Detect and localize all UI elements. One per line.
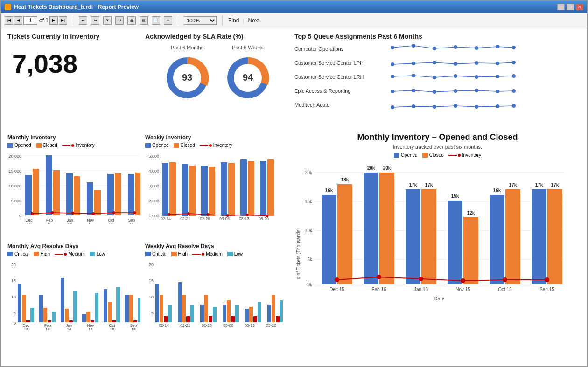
svg-text:15k: 15k: [305, 199, 313, 204]
svg-text:Feb 16: Feb 16: [371, 287, 386, 292]
svg-rect-163: [200, 305, 204, 322]
svg-rect-122: [52, 312, 56, 322]
svg-rect-162: [190, 305, 194, 322]
big-chart-title: Monthly Inventory – Opened and Closed: [294, 132, 581, 142]
weekly-avg-chart: 20 15 10 5: [145, 258, 283, 330]
svg-rect-55: [53, 170, 60, 215]
bc-opened-color: [394, 153, 399, 158]
sparkline-4: [388, 86, 581, 96]
svg-rect-54: [46, 155, 52, 215]
svg-rect-121: [48, 320, 51, 322]
back-button[interactable]: ↩: [79, 16, 87, 25]
svg-text:17k: 17k: [551, 182, 559, 187]
ma-medium-line: [55, 254, 63, 255]
svg-text:02-28: 02-28: [200, 216, 210, 221]
forward-button[interactable]: ↪: [91, 16, 99, 25]
legend-opened: Opened: [7, 143, 31, 148]
svg-text:16: 16: [67, 327, 71, 330]
maximize-button[interactable]: □: [567, 4, 574, 10]
tickets-section: Tickets Currently In Inventory 7,038: [7, 33, 145, 132]
find-separator: |: [243, 17, 244, 24]
queue-title: Top 5 Queue Assignments Past 6 Months: [294, 33, 581, 40]
sparkline-2: [388, 58, 581, 68]
page-of: of 1: [39, 17, 49, 24]
svg-text:03-13: 03-13: [239, 216, 249, 221]
svg-rect-210: [463, 217, 478, 284]
page-number-input[interactable]: [23, 16, 37, 25]
ma-medium-label: Medium: [68, 251, 85, 256]
find-link[interactable]: Find: [228, 17, 239, 24]
tickets-value: 7,038: [7, 44, 145, 79]
close-button[interactable]: ✕: [576, 4, 583, 10]
svg-rect-66: [128, 174, 134, 215]
svg-text:0k: 0k: [307, 282, 313, 287]
refresh-button[interactable]: ↻: [115, 16, 124, 25]
dropdown-button[interactable]: ▾: [164, 16, 172, 25]
bc-opened-label: Opened: [401, 152, 418, 158]
w-legend-closed-label: Closed: [181, 143, 195, 148]
print-button[interactable]: 🖨: [127, 16, 136, 25]
svg-text:02-14: 02-14: [161, 216, 171, 221]
prev-page-button[interactable]: ◀: [14, 16, 22, 25]
w-legend-closed: Closed: [174, 143, 195, 148]
next-link[interactable]: Next: [248, 17, 259, 24]
svg-text:2,000: 2,000: [148, 199, 159, 203]
wa-legend-high: High: [171, 251, 188, 256]
svg-rect-87: [169, 162, 176, 216]
donut-6months: Past 6 Months 93: [161, 45, 213, 104]
ma-legend-low: Low: [90, 251, 105, 256]
svg-rect-133: [112, 320, 116, 322]
svg-rect-92: [221, 162, 227, 216]
big-chart-section: Monthly Inventory – Opened and Closed In…: [290, 132, 581, 347]
minimize-button[interactable]: _: [557, 4, 565, 10]
window-controls[interactable]: _ □ ✕: [557, 4, 583, 10]
queue-name-5: Meditech Acute: [294, 102, 388, 108]
bc-inv-label: Inventory: [462, 152, 481, 158]
svg-rect-94: [240, 159, 247, 216]
svg-rect-201: [364, 173, 378, 284]
zoom-select[interactable]: 100% 75% 150%: [184, 16, 217, 25]
w-legend-opened: Opened: [145, 143, 169, 148]
ma-critical-color: [7, 252, 13, 256]
svg-rect-159: [178, 282, 182, 322]
svg-rect-178: [280, 300, 283, 322]
monthly-inv-legend: Opened Closed Inventory: [7, 143, 145, 148]
svg-text:Dec 15: Dec 15: [329, 287, 344, 292]
svg-rect-63: [107, 174, 114, 215]
svg-rect-217: [532, 189, 546, 284]
last-page-button[interactable]: ▶|: [59, 16, 67, 25]
stop-button[interactable]: ✕: [103, 16, 112, 25]
svg-rect-90: [201, 166, 208, 216]
sla-charts: Past 6 Months 93 Past 6 Weeks 94: [145, 45, 290, 104]
wa-low-label: Low: [234, 251, 243, 256]
export-button[interactable]: 📄: [152, 16, 160, 25]
queue-section: Top 5 Queue Assignments Past 6 Months Co…: [290, 33, 581, 132]
svg-rect-91: [209, 167, 215, 216]
svg-text:17k: 17k: [409, 182, 417, 187]
svg-text:5: 5: [14, 311, 16, 315]
svg-rect-157: [164, 316, 168, 322]
first-page-button[interactable]: |◀: [5, 16, 13, 25]
svg-text:15: 15: [131, 327, 136, 330]
layout-button[interactable]: ▤: [140, 16, 148, 25]
svg-rect-169: [231, 316, 235, 322]
svg-rect-131: [104, 289, 107, 322]
svg-text:15: 15: [149, 278, 154, 283]
svg-rect-135: [125, 295, 129, 322]
legend-closed-color: [36, 143, 42, 148]
svg-rect-176: [272, 295, 275, 322]
weekly-inv-title: Weekly Inventory: [145, 134, 290, 141]
svg-rect-51: [25, 175, 32, 215]
svg-text:03-06: 03-06: [219, 216, 230, 221]
svg-text:Nov 15: Nov 15: [455, 287, 470, 292]
svg-rect-160: [182, 295, 186, 322]
queue-row-2: Customer Service Center LPH: [294, 58, 581, 68]
sparkline-5: [388, 100, 581, 110]
svg-rect-177: [276, 316, 280, 322]
donut-6weeks-label: Past 6 Weeks: [232, 45, 264, 50]
svg-text:94: 94: [243, 72, 253, 83]
svg-rect-88: [182, 164, 188, 216]
donut-6weeks: Past 6 Weeks 94: [222, 45, 273, 104]
next-page-button[interactable]: ▶: [49, 16, 58, 25]
ma-legend-high: High: [34, 251, 50, 256]
